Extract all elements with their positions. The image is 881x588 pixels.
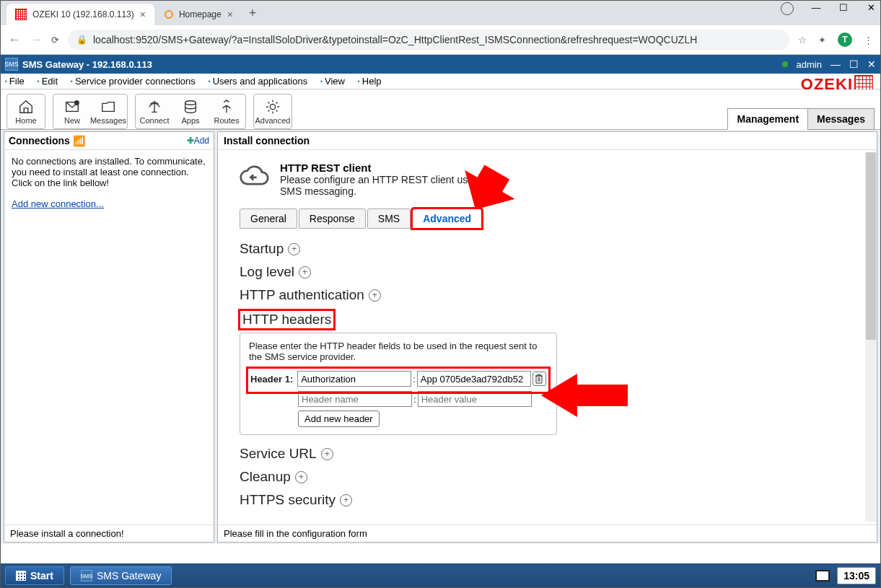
tab-messages[interactable]: Messages: [807, 108, 875, 130]
home-button[interactable]: Home: [10, 97, 42, 126]
tab-general[interactable]: General: [240, 209, 297, 229]
app-icon: SMS: [81, 570, 92, 582]
menu-help[interactable]: Help: [358, 76, 382, 87]
svg-point-1: [75, 100, 79, 105]
advanced-button[interactable]: Advanced: [257, 97, 289, 126]
apps-button[interactable]: Apps: [175, 97, 206, 126]
header-1-value-input[interactable]: [417, 371, 531, 387]
url-bar[interactable]: 🔒 localhost:9520/SMS+Gateway/?a=InstallS…: [68, 30, 789, 50]
tab-response[interactable]: Response: [299, 209, 366, 229]
content-body: HTTP REST client Please configure an HTT…: [218, 150, 877, 525]
section-https-security[interactable]: HTTPS security+: [240, 488, 864, 512]
section-loglevel[interactable]: Log level+: [240, 260, 864, 284]
app-user[interactable]: admin: [797, 59, 822, 70]
close-tab-icon[interactable]: ×: [227, 9, 233, 20]
app-maximize-icon[interactable]: ☐: [849, 58, 859, 70]
close-tab-icon[interactable]: ×: [140, 9, 146, 20]
app-minimize-icon[interactable]: —: [830, 58, 841, 70]
new-tab-button[interactable]: +: [243, 6, 263, 21]
menu-bar: File Edit Service provider connections U…: [1, 74, 880, 89]
expand-icon: +: [299, 266, 311, 278]
tool-label: Apps: [181, 116, 199, 125]
tool-group: Advanced: [253, 94, 292, 129]
menu-edit[interactable]: Edit: [38, 76, 58, 87]
menu-file[interactable]: File: [5, 76, 25, 87]
header-value-input[interactable]: [418, 391, 532, 407]
menu-users-apps[interactable]: Users and applications: [209, 76, 307, 87]
window-controls: — ☐ ✕: [781, 2, 876, 15]
forward-button[interactable]: →: [30, 32, 43, 48]
tool-group: Connect Apps Routes: [135, 94, 246, 129]
start-grid-icon: [16, 571, 26, 581]
new-button[interactable]: New: [56, 97, 88, 126]
minimize-icon[interactable]: —: [811, 2, 821, 12]
browser-tab-active[interactable]: OZEKI 10 (192.168.0.113) ×: [6, 4, 154, 25]
browser-tab-title: OZEKI 10 (192.168.0.113): [32, 9, 134, 19]
avatar[interactable]: T: [838, 32, 852, 47]
taskbar-tray: 13:05: [815, 567, 876, 584]
driver-header: HTTP REST client Please configure an HTT…: [238, 162, 865, 197]
sidebar-add-link[interactable]: ✚Add: [187, 136, 209, 146]
browser-address-row: ← → ⟳ 🔒 localhost:9520/SMS+Gateway/?a=In…: [1, 25, 880, 54]
lock-icon: 🔒: [76, 35, 87, 45]
section-startup[interactable]: Startup+: [240, 237, 864, 260]
browser-chrome: OZEKI 10 (192.168.0.113) × Homepage × + …: [1, 1, 880, 55]
routes-button[interactable]: Routes: [211, 97, 242, 126]
connect-button[interactable]: Connect: [139, 97, 170, 126]
content-header: Install connection: [218, 132, 877, 150]
sidebar-title: Connections 📶: [9, 135, 85, 146]
menu-view[interactable]: View: [320, 76, 345, 87]
header-1-label: Header 1:: [250, 374, 296, 385]
extension-icon[interactable]: ✦: [818, 35, 826, 45]
back-button[interactable]: ←: [8, 32, 21, 48]
browser-tab-inactive[interactable]: Homepage ×: [156, 4, 242, 25]
star-icon[interactable]: ☆: [798, 35, 807, 45]
http-headers-box: Please enter the HTTP header fields to b…: [240, 333, 557, 435]
section-cleanup[interactable]: Cleanup+: [240, 465, 864, 488]
profile-icon[interactable]: [781, 2, 794, 15]
tab-sms[interactable]: SMS: [367, 209, 411, 229]
tray-monitor-icon[interactable]: [815, 570, 830, 582]
messages-button[interactable]: Messages: [92, 97, 124, 126]
tab-management[interactable]: Management: [727, 108, 808, 130]
maximize-icon[interactable]: ☐: [838, 2, 849, 12]
app-icon: SMS: [5, 58, 18, 71]
main-area: Connections 📶 ✚Add No connections are in…: [1, 130, 880, 544]
section-service-url[interactable]: Service URL+: [240, 442, 864, 465]
url-text: localhost:9520/SMS+Gateway/?a=InstallSol…: [93, 34, 697, 45]
sidebar: Connections 📶 ✚Add No connections are in…: [4, 131, 214, 543]
red-arrow-icon: [456, 150, 521, 212]
sidebar-message: No connections are installed. To communi…: [12, 156, 206, 188]
tool-label: New: [64, 116, 80, 125]
scrollbar-thumb[interactable]: [866, 152, 876, 340]
tab-favicon-homepage: [165, 10, 173, 19]
expand-icon: +: [295, 471, 307, 483]
taskbar-app-button[interactable]: SMSSMS Gateway: [70, 566, 172, 585]
header-name-input[interactable]: [298, 391, 412, 407]
header-row-1: Header 1: :: [249, 369, 548, 391]
tool-label: Advanced: [255, 116, 291, 125]
header-row-blank: :: [249, 391, 548, 407]
svg-marker-6: [541, 374, 628, 417]
header-1-name-input[interactable]: [297, 371, 411, 387]
close-window-icon[interactable]: ✕: [866, 2, 876, 12]
http-headers-description: Please enter the HTTP header fields to b…: [249, 341, 548, 362]
tool-label: Routes: [214, 116, 240, 125]
tool-label: Connect: [140, 116, 170, 125]
add-connection-link[interactable]: Add new connection...: [12, 198, 104, 209]
kebab-menu-icon[interactable]: ⋮: [864, 35, 873, 45]
section-httpauth[interactable]: HTTP authentication+: [240, 284, 864, 307]
add-header-button[interactable]: Add new header: [298, 411, 380, 427]
section-httpheaders[interactable]: HTTP headers: [240, 307, 864, 333]
tool-label: Home: [15, 116, 36, 125]
start-button[interactable]: Start: [5, 566, 64, 585]
sidebar-body: No connections are installed. To communi…: [4, 150, 214, 525]
app-close-icon[interactable]: ✕: [867, 58, 876, 70]
menu-service-provider[interactable]: Service provider connections: [71, 76, 196, 87]
taskbar-clock: 13:05: [837, 567, 876, 584]
taskbar: Start SMSSMS Gateway 13:05: [1, 563, 880, 587]
ozeki-grid-icon: [854, 75, 873, 91]
vertical-scrollbar[interactable]: [865, 152, 877, 522]
reload-button[interactable]: ⟳: [51, 35, 59, 45]
status-dot-icon: [782, 61, 788, 67]
